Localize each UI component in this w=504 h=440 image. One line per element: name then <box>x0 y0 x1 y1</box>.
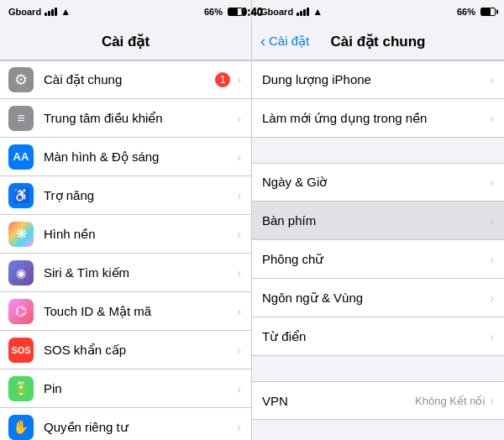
fingerprint-icon: ⌬ <box>8 299 34 324</box>
chevron-tu-dien: › <box>490 330 494 343</box>
label-ngon-ngu: Ngôn ngữ & Vùng <box>262 291 490 306</box>
sidebar-item-trung-tam[interactable]: ≡ Trung tâm điều khiển › <box>0 99 251 138</box>
sidebar-item-man-hinh[interactable]: AA Màn hình & Độ sáng › <box>0 138 251 176</box>
chevron-ngay-gio: › <box>490 175 494 189</box>
signal-bars-left <box>45 8 57 16</box>
wallpaper-icon: ❋ <box>8 222 34 247</box>
item-right-6: › <box>237 305 241 318</box>
chevron-ngon-ngu: › <box>490 291 494 305</box>
brightness-icon: AA <box>8 144 34 170</box>
label-tro-nang: Trợ năng <box>44 188 237 203</box>
item-right-4: › <box>237 228 241 241</box>
right-item-phong-chu[interactable]: Phông chữ › <box>252 240 504 279</box>
right-item-tu-dien[interactable]: Từ điển › <box>252 317 504 356</box>
label-hinh-nen: Hình nền <box>44 227 237 242</box>
carrier-left: Gboard <box>8 7 41 17</box>
status-right-right: 66% <box>457 7 496 17</box>
label-trung-tam: Trung tâm điều khiển <box>44 111 237 126</box>
signal-bars-right <box>297 8 309 16</box>
left-nav-title: Cài đặt <box>102 33 150 50</box>
label-pin: Pin <box>44 381 237 395</box>
item-right-0: 1 › <box>215 72 241 87</box>
accessibility-icon: ♿ <box>8 183 34 208</box>
chevron-3: › <box>237 189 241 202</box>
sidebar-item-pin[interactable]: 🔋 Pin › <box>0 369 251 408</box>
label-cai-dat-chung: Cài đặt chung <box>44 72 215 87</box>
battery-fill-left <box>228 8 238 15</box>
siri-icon: ◉ <box>8 260 34 285</box>
item-right-1: › <box>237 112 241 125</box>
sidebar-item-siri[interactable]: ◉ Siri & Tìm kiếm › <box>0 254 251 292</box>
chevron-5: › <box>237 266 241 280</box>
left-nav-header: Cài đặt <box>0 24 251 60</box>
chevron-8: › <box>237 382 241 395</box>
chevron-0: › <box>237 73 241 86</box>
rbar2 <box>300 11 302 16</box>
right-item-vpn[interactable]: VPN Không Kết nối › <box>252 381 504 420</box>
item-right-3: › <box>237 189 241 202</box>
chevron-lam-moi: › <box>490 112 494 125</box>
sidebar-item-tro-nang[interactable]: ♿ Trợ năng › <box>0 176 251 215</box>
right-item-ngon-ngu[interactable]: Ngôn ngữ & Vùng › <box>252 279 504 317</box>
chevron-vpn: › <box>490 394 494 407</box>
chevron-4: › <box>237 228 241 241</box>
label-sos: SOS khẩn cấp <box>44 343 237 358</box>
bar3 <box>51 9 54 16</box>
sos-icon: SOS <box>8 338 34 363</box>
right-section-1: Dung lượng iPhone › Làm mới ứng dụng tro… <box>252 60 504 138</box>
chevron-1: › <box>237 112 241 125</box>
section-gap-2 <box>252 356 504 381</box>
chevron-7: › <box>237 343 241 357</box>
right-settings-list: Dung lượng iPhone › Làm mới ứng dụng tro… <box>252 60 504 440</box>
sidebar-item-quyen[interactable]: ✋ Quyền riêng tư › <box>0 408 251 440</box>
label-quyen: Quyền riêng tư <box>44 420 237 435</box>
privacy-icon: ✋ <box>8 415 34 440</box>
right-item-lam-moi[interactable]: Làm mới ứng dụng trong nền › <box>252 99 504 138</box>
bar2 <box>48 11 50 16</box>
wifi-icon-right: ▲ <box>312 6 323 18</box>
chevron-9: › <box>237 421 241 434</box>
sidebar-item-sos[interactable]: SOS SOS khẩn cấp › <box>0 331 251 369</box>
right-item-ban-phim[interactable]: Bàn phím › <box>252 202 504 240</box>
right-nav-row: ‹ Cài đặt Cài đặt chung <box>252 24 504 60</box>
label-lam-moi: Làm mới ứng dụng trong nền <box>262 111 490 126</box>
time-right: 9:40 <box>252 5 263 18</box>
vpn-status: Không Kết nối <box>415 395 485 407</box>
sidebar-item-hinh-nen[interactable]: ❋ Hình nền › <box>0 215 251 254</box>
back-button[interactable]: ‹ Cài đặt <box>260 33 309 50</box>
gear-icon-caidatchung: ⚙ <box>8 67 34 92</box>
status-left-right: Gboard ▲ <box>260 6 323 18</box>
label-tu-dien: Từ điển <box>262 329 490 344</box>
sidebar-item-touchid[interactable]: ⌬ Touch ID & Mật mã › <box>0 292 251 331</box>
sidebar-item-cai-dat-chung[interactable]: ⚙ Cài đặt chung 1 › <box>0 60 251 99</box>
carrier-right: Gboard <box>260 7 293 17</box>
back-chevron-icon: ‹ <box>260 33 265 50</box>
status-bar-right: Gboard ▲ 9:40 66% <box>252 0 504 24</box>
label-ngay-gio: Ngày & Giờ <box>262 175 490 190</box>
item-right-8: › <box>237 382 241 395</box>
right-item-ngay-gio[interactable]: Ngày & Giờ › <box>252 163 504 202</box>
left-list-section: ⚙ Cài đặt chung 1 › ≡ Trung tâm điều khi… <box>0 60 251 440</box>
item-right-9: › <box>237 421 241 434</box>
rbar4 <box>307 8 309 16</box>
label-phong-chu: Phông chữ <box>262 252 490 267</box>
rbar1 <box>297 13 299 16</box>
chevron-ban-phim: › <box>490 214 494 228</box>
badge-cai-dat-chung: 1 <box>215 72 230 87</box>
wifi-icon: ▲ <box>60 6 71 18</box>
label-vpn: VPN <box>262 394 415 408</box>
status-bar-left: Gboard ▲ 9:40 66% <box>0 0 251 24</box>
right-panel: Gboard ▲ 9:40 66% ‹ Cài đặt <box>252 0 504 440</box>
right-nav-header: Gboard ▲ 9:40 66% ‹ Cài đặt <box>252 0 504 60</box>
status-left: Gboard ▲ <box>8 6 71 18</box>
bar4 <box>55 8 57 16</box>
item-right-2: › <box>237 150 241 164</box>
right-item-dung-luong[interactable]: Dung lượng iPhone › <box>252 60 504 99</box>
battery-menu-icon: 🔋 <box>8 376 34 401</box>
chevron-phong-chu: › <box>490 253 494 266</box>
battery-pct-left: 66% <box>204 7 223 17</box>
chevron-6: › <box>237 305 241 318</box>
battery-fill-right <box>481 8 491 15</box>
back-label: Cài đặt <box>269 34 309 49</box>
section-gap-1 <box>252 138 504 163</box>
